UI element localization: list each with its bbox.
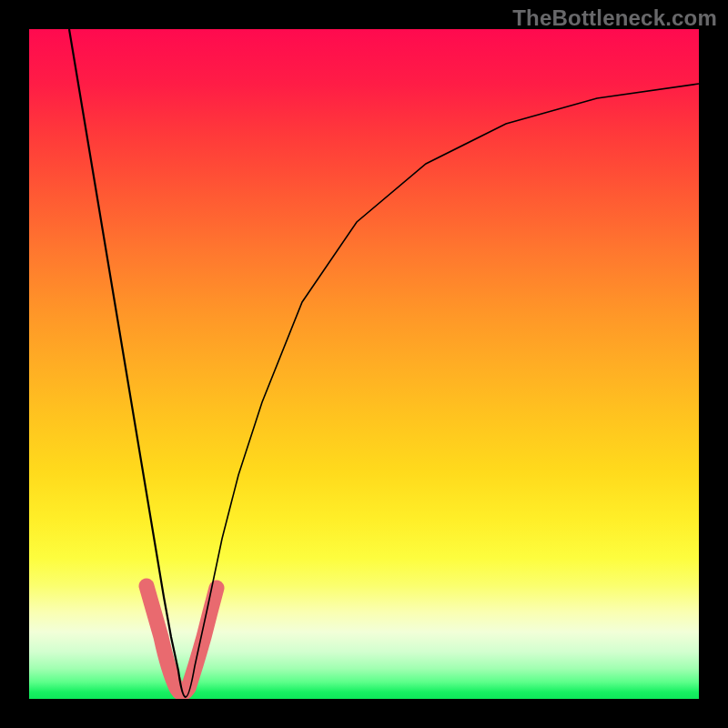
chart-frame: TheBottleneck.com — [0, 0, 728, 728]
watermark-text: TheBottleneck.com — [512, 5, 717, 31]
curve-right-branch — [186, 84, 699, 697]
curve-layer — [29, 29, 699, 699]
curve-left-branch — [69, 29, 186, 697]
highlight-marker — [147, 586, 217, 693]
plot-area — [29, 29, 699, 699]
